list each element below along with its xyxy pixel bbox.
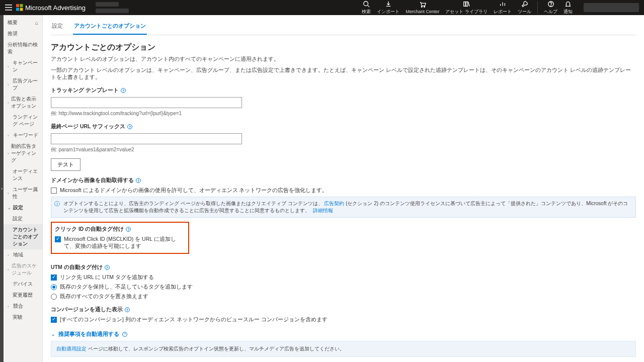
top-action-tool[interactable]: ツール — [518, 1, 531, 15]
svg-point-10 — [424, 7, 425, 8]
svg-point-7 — [364, 1, 368, 6]
sidebar-item[interactable]: 推奨 — [4, 28, 42, 39]
info-icon[interactable]: ? — [122, 332, 127, 337]
sidebar-item[interactable]: 概要⌂ — [4, 17, 42, 28]
microsoft-logo-icon — [16, 4, 23, 11]
utm-replace-radio[interactable] — [51, 294, 57, 300]
utm-radio2-row: 既存のすべてのタグを置き換えます — [51, 293, 636, 300]
sidebar-item[interactable]: ›広告グループ — [4, 75, 42, 94]
svg-rect-11 — [464, 2, 466, 6]
top-actions: 検索インポートMerchant Centerアセット ライブラリレポートツールヘ… — [362, 1, 639, 15]
sidebar-item[interactable]: 分析情報の検索 — [4, 39, 42, 57]
url-suffix-label: 最終ページ URL サフィックス ? — [51, 123, 636, 130]
tracking-example: 例: http://www.trackingtool.com/tracking?… — [51, 110, 636, 117]
utm-keep-radio[interactable] — [51, 284, 57, 290]
top-action-library[interactable]: アセット ライブラリ — [445, 1, 488, 15]
info-icon[interactable]: ? — [125, 307, 130, 312]
sidebar: 概要⌂推奨分析情報の検索›キャンペーン›広告グループ›広告と表示オプションランデ… — [4, 15, 43, 362]
main-content: 設定アカウントごとのオプション アカウントごとのオプション アカウント レベルの… — [43, 15, 644, 362]
brand: Microsoft Advertising — [16, 4, 86, 12]
conversion-label: コンバージョンを通した表示 ? — [51, 306, 636, 313]
collapse-rail[interactable]: › — [0, 15, 4, 362]
conversion-checkbox[interactable] — [51, 317, 57, 323]
url-suffix-input[interactable] — [51, 133, 242, 144]
domain-image-label: ドメインから画像を自動取得する ? — [51, 177, 636, 184]
info-icon[interactable]: ? — [105, 265, 110, 270]
sidebar-item[interactable]: ›広告のスケジュール — [4, 260, 42, 279]
recommend-box: 自動適用設定 ページに移動して、レスポンシブ検索広告のオプトイン状態を更新し、マ… — [51, 341, 636, 357]
click-id-checkbox-row: Microsoft Click ID (MSCLKID) を URL に追加して… — [55, 236, 185, 250]
utm-label: UTM の自動タグ付け ? — [51, 264, 636, 271]
top-action-bell[interactable]: 通知 — [564, 1, 573, 15]
svg-point-15 — [550, 6, 551, 6]
account-redacted — [96, 2, 129, 13]
utm-radio1-row: 既存のタグを保持し、不足しているタグを追加します — [51, 284, 636, 291]
svg-rect-12 — [466, 2, 468, 6]
auto-apply-link[interactable]: 自動適用設定 — [56, 346, 87, 351]
page-desc-1: アカウント レベルのオプションは、アカウント内のすべてのキャンペーンに適用されま… — [51, 56, 636, 63]
svg-point-9 — [421, 7, 422, 8]
recommend-header[interactable]: ⌄ 推奨事項を自動適用する ? — [51, 330, 636, 338]
more-info-link[interactable]: 詳細情報 — [313, 208, 333, 213]
sidebar-item[interactable]: 変更履歴 — [4, 290, 42, 301]
svg-rect-5 — [16, 8, 19, 11]
info-icon[interactable]: ? — [126, 227, 131, 232]
svg-rect-4 — [20, 4, 23, 7]
sidebar-item[interactable]: 実験 — [4, 312, 42, 323]
sidebar-item[interactable]: アカウントごとのオプション — [4, 224, 42, 249]
sidebar-item[interactable]: ⌄設定 — [4, 202, 42, 213]
svg-line-13 — [468, 2, 470, 6]
tracking-template-input[interactable] — [51, 97, 242, 108]
sidebar-item[interactable]: オーディエンス — [4, 166, 42, 184]
sidebar-item[interactable]: ›キーワード — [4, 130, 42, 141]
sidebar-item[interactable]: ›広告と表示オプション — [4, 94, 42, 112]
sidebar-item[interactable]: ›キャンペーン — [4, 57, 42, 75]
svg-rect-0 — [5, 5, 12, 6]
sidebar-item[interactable]: ›競合 — [4, 301, 42, 312]
svg-line-8 — [368, 5, 370, 7]
top-action-report[interactable]: レポート — [494, 1, 512, 15]
top-bar: Microsoft Advertising 検索インポートMerchant Ce… — [0, 0, 644, 15]
top-action-help[interactable]: ヘルプ — [544, 1, 557, 15]
click-id-checkbox[interactable] — [55, 236, 61, 242]
chevron-down-icon: ⌄ — [51, 331, 55, 337]
svg-rect-1 — [5, 7, 12, 8]
page-desc-2: 一部のアカウント レベルのオプションは、キャンペーン、広告グループ、または広告設… — [51, 67, 636, 81]
sidebar-item[interactable]: ›ユーザー属性 — [4, 184, 42, 202]
home-icon: ⌂ — [35, 20, 38, 26]
brand-text: Microsoft Advertising — [25, 4, 86, 12]
sidebar-item[interactable]: ›動的広告ターゲティング — [4, 141, 42, 166]
top-action-cart[interactable]: Merchant Center — [406, 1, 439, 14]
tracking-template-label: トラッキング テンプレート ? — [51, 87, 636, 94]
tabs: 設定アカウントごとのオプション — [51, 15, 636, 35]
domain-image-checkbox[interactable] — [51, 188, 57, 194]
waffle-menu-icon[interactable] — [5, 4, 12, 11]
test-button[interactable]: テスト — [51, 158, 80, 171]
info-icon[interactable]: ? — [127, 124, 132, 129]
sidebar-item[interactable]: ›地域 — [4, 249, 42, 260]
utm-checkbox[interactable] — [51, 275, 57, 281]
domain-image-checkbox-row: Microsoft によるドメインからの画像の使用を許可して、オーディエンス ネ… — [51, 187, 636, 194]
conversion-checkbox-row: [すべてのコンバージョン] 列のオーディエンス ネットワークからのビュースルー … — [51, 316, 636, 323]
info-icon[interactable]: ? — [136, 178, 141, 183]
info-icon[interactable]: ? — [121, 88, 126, 93]
ad-agreement-link[interactable]: 広告契約 — [324, 201, 344, 206]
top-action-search[interactable]: 検索 — [362, 1, 371, 15]
domain-image-info: オプトインすることにより、広告主のランディング ページから取得した画像またはクリ… — [51, 197, 636, 218]
suffix-example: 例: param1=values1&param2=value2 — [51, 146, 636, 153]
click-id-highlight: クリック ID の自動タグ付け ? Microsoft Click ID (MS… — [51, 222, 189, 254]
click-id-label: クリック ID の自動タグ付け ? — [55, 226, 185, 233]
sidebar-item[interactable]: デバイス — [4, 279, 42, 290]
top-action-download[interactable]: インポート — [377, 1, 399, 15]
tab[interactable]: 設定 — [51, 20, 64, 35]
sidebar-item[interactable]: ランディング ページ — [4, 112, 42, 130]
tab[interactable]: アカウントごとのオプション — [73, 20, 147, 35]
svg-rect-6 — [20, 8, 23, 11]
svg-rect-3 — [16, 4, 19, 7]
sidebar-item[interactable]: 設定 — [4, 213, 42, 224]
utm-checkbox-row: リンク先 URL に UTM タグを追加する — [51, 274, 636, 281]
page-title: アカウントごとのオプション — [51, 42, 636, 53]
svg-rect-2 — [5, 10, 12, 11]
